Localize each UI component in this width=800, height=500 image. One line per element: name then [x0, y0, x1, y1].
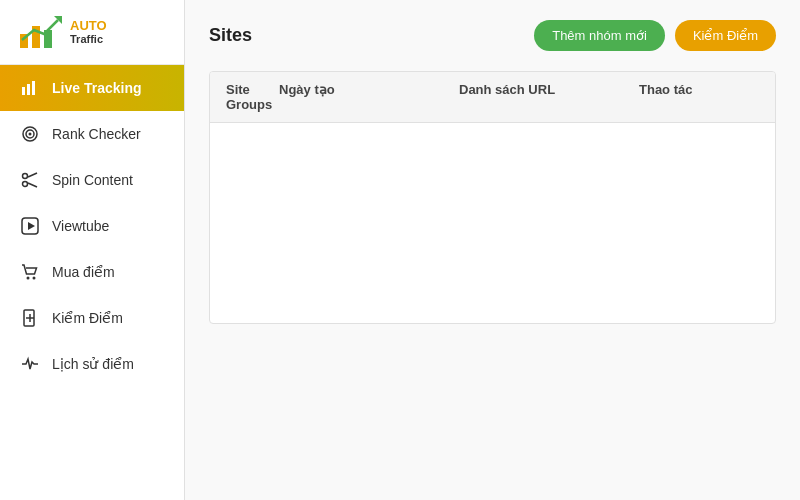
- col-ngay-tao: Ngày tạo: [279, 82, 459, 112]
- cart-icon: [20, 262, 40, 282]
- sidebar-item-label-lich-su-diem: Lịch sử điểm: [52, 356, 134, 372]
- nav-list: Live TrackingRank CheckerSpin ContentVie…: [0, 65, 184, 387]
- sites-header: Sites Thêm nhóm mới Kiểm Điểm: [209, 20, 776, 51]
- sidebar-item-live-tracking[interactable]: Live Tracking: [0, 65, 184, 111]
- sidebar-item-mua-diem[interactable]: Mua điểm: [0, 249, 184, 295]
- sidebar: AUTOTraffic Live TrackingRank CheckerSpi…: [0, 0, 185, 500]
- sidebar-item-label-viewtube: Viewtube: [52, 218, 109, 234]
- add-group-button[interactable]: Thêm nhóm mới: [534, 20, 665, 51]
- sidebar-item-kiem-diem[interactable]: Kiểm Điểm: [0, 295, 184, 341]
- sidebar-item-label-rank-checker: Rank Checker: [52, 126, 141, 142]
- sites-title: Sites: [209, 25, 252, 46]
- sidebar-item-lich-su-diem[interactable]: Lịch sử điểm: [0, 341, 184, 387]
- target-icon: [20, 124, 40, 144]
- sidebar-item-spin-content[interactable]: Spin Content: [0, 157, 184, 203]
- add-file-icon: [20, 308, 40, 328]
- logo-text: AUTOTraffic: [70, 18, 107, 47]
- pulse-icon: [20, 354, 40, 374]
- col-thao-tac: Thao tác: [639, 82, 759, 112]
- play-icon: [20, 216, 40, 236]
- sites-table: Site Groups Ngày tạo Danh sách URL Thao …: [209, 71, 776, 324]
- table-header: Site Groups Ngày tạo Danh sách URL Thao …: [210, 72, 775, 123]
- main-content: Sites Thêm nhóm mới Kiểm Điểm Site Group…: [185, 0, 800, 500]
- svg-point-17: [33, 277, 36, 280]
- svg-rect-6: [32, 81, 35, 95]
- svg-rect-4: [22, 87, 25, 95]
- svg-line-13: [28, 183, 37, 187]
- svg-line-12: [28, 173, 37, 177]
- svg-rect-5: [27, 84, 30, 95]
- svg-point-10: [23, 174, 28, 179]
- logo-area: AUTOTraffic: [0, 0, 184, 65]
- sidebar-item-label-mua-diem: Mua điểm: [52, 264, 115, 280]
- bar-chart-icon: [20, 78, 40, 98]
- table-body: [210, 123, 775, 323]
- logo-icon: [16, 12, 66, 52]
- svg-point-9: [29, 133, 32, 136]
- svg-point-11: [23, 182, 28, 187]
- scissors-icon: [20, 170, 40, 190]
- col-danh-sach-url: Danh sách URL: [459, 82, 639, 112]
- sidebar-item-label-kiem-diem: Kiểm Điểm: [52, 310, 123, 326]
- col-site-groups: Site Groups: [226, 82, 279, 112]
- sidebar-item-label-live-tracking: Live Tracking: [52, 80, 141, 96]
- sidebar-item-rank-checker[interactable]: Rank Checker: [0, 111, 184, 157]
- header-buttons: Thêm nhóm mới Kiểm Điểm: [534, 20, 776, 51]
- sidebar-item-label-spin-content: Spin Content: [52, 172, 133, 188]
- svg-marker-15: [28, 222, 35, 230]
- svg-point-16: [27, 277, 30, 280]
- sidebar-item-viewtube[interactable]: Viewtube: [0, 203, 184, 249]
- check-score-button[interactable]: Kiểm Điểm: [675, 20, 776, 51]
